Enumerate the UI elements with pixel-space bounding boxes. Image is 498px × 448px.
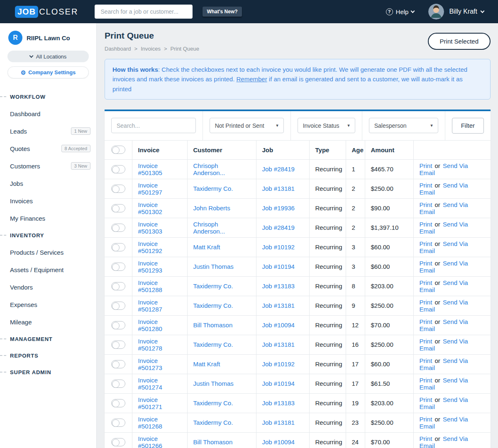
customer-link[interactable]: Justin Thomas (193, 263, 234, 270)
printed-filter-select[interactable]: Not Printed or Sent (210, 118, 284, 133)
row-toggle[interactable] (111, 204, 125, 212)
col-header-job[interactable]: Job (256, 140, 309, 159)
job-link[interactable]: Job #10194 (262, 263, 295, 270)
job-link[interactable]: Job #13181 (262, 185, 295, 192)
global-search-input[interactable] (95, 5, 193, 19)
col-header-invoice[interactable]: Invoice (132, 140, 187, 159)
invoice-link[interactable]: Invoice #501274 (138, 377, 162, 391)
print-link[interactable]: Print (420, 396, 432, 403)
select-all-toggle[interactable] (111, 146, 125, 154)
invoice-link[interactable]: Invoice #501280 (138, 318, 162, 332)
customer-link[interactable]: Justin Thomas (193, 380, 234, 387)
job-link[interactable]: Job #10192 (262, 360, 295, 368)
sidebar-item-expenses[interactable]: Expenses (0, 296, 96, 313)
job-link[interactable]: Job #10094 (262, 438, 295, 446)
job-link[interactable]: Job #13181 (262, 419, 295, 426)
print-link[interactable]: Print (420, 221, 432, 228)
sidebar-item-vendors[interactable]: Vendors (0, 278, 96, 296)
print-link[interactable]: Print (420, 357, 432, 364)
col-header-age[interactable]: Age (346, 140, 365, 159)
print-link[interactable]: Print (420, 435, 432, 442)
sidebar-item-assets-equipment[interactable]: Assets / Equipment (0, 261, 96, 278)
job-link[interactable]: Job #28419 (262, 166, 295, 173)
job-link[interactable]: Job #13183 (262, 282, 295, 290)
print-link[interactable]: Print (420, 162, 432, 169)
job-link[interactable]: Job #10094 (262, 321, 295, 329)
sidebar-item-mileage[interactable]: Mileage (0, 313, 96, 331)
customer-link[interactable]: Taxidermy Co. (193, 302, 233, 309)
row-toggle[interactable] (111, 243, 125, 251)
sidebar-section-inventory[interactable]: INVENTORY (0, 227, 96, 243)
invoice-link[interactable]: Invoice #501297 (138, 182, 162, 196)
invoice-link[interactable]: Invoice #501268 (138, 416, 162, 430)
invoice-link[interactable]: Invoice #501292 (138, 240, 162, 254)
invoice-link[interactable]: Invoice #501302 (138, 201, 162, 215)
row-toggle[interactable] (111, 321, 125, 329)
sidebar-item-dashboard[interactable]: Dashboard (0, 105, 96, 122)
print-link[interactable]: Print (420, 377, 432, 384)
invoice-link[interactable]: Invoice #501273 (138, 357, 162, 371)
print-link[interactable]: Print (420, 182, 432, 189)
sidebar-item-customers[interactable]: Customers3 New (0, 157, 96, 175)
row-toggle[interactable] (111, 165, 125, 173)
sidebar-section-management[interactable]: MANAGEMENT (0, 331, 96, 347)
sidebar-item-my-finances[interactable]: My Finances (0, 209, 96, 227)
customer-link[interactable]: Taxidermy Co. (193, 341, 233, 348)
invoice-link[interactable]: Invoice #501305 (138, 162, 162, 176)
customer-link[interactable]: John Roberts (193, 205, 230, 212)
col-header-amount[interactable]: Amount (365, 140, 413, 159)
customer-link[interactable]: Chrisoph Anderson... (193, 221, 225, 235)
invoice-link[interactable]: Invoice #501288 (138, 279, 162, 293)
job-link[interactable]: Job #13181 (262, 302, 295, 309)
print-selected-button[interactable]: Print Selected (428, 33, 491, 50)
print-link[interactable]: Print (420, 201, 432, 208)
sidebar-item-leads[interactable]: Leads1 New (0, 122, 96, 140)
help-menu[interactable]: ? Help (386, 8, 415, 15)
row-toggle[interactable] (111, 185, 125, 193)
user-avatar[interactable] (428, 4, 444, 19)
customer-link[interactable]: Taxidermy Co. (193, 185, 233, 192)
col-header-customer[interactable]: Customer (187, 140, 256, 159)
table-search-input[interactable] (111, 118, 196, 133)
breadcrumb-item[interactable]: Dashboard (105, 46, 131, 52)
sidebar-item-invoices[interactable]: Invoices (0, 192, 96, 209)
print-link[interactable]: Print (420, 416, 432, 423)
col-header-type[interactable]: Type (309, 140, 346, 159)
user-menu[interactable]: Billy Kraft (449, 8, 484, 15)
app-logo[interactable]: JOBCLOSER (15, 6, 78, 18)
row-toggle[interactable] (111, 419, 125, 427)
company-settings-button[interactable]: ⚙ Company Settings (7, 66, 89, 78)
invoice-link[interactable]: Invoice #501266 (138, 435, 162, 448)
row-toggle[interactable] (111, 438, 125, 446)
sidebar-item-quotes[interactable]: Quotes8 Accepted (0, 140, 96, 157)
job-link[interactable]: Job #28419 (262, 224, 295, 231)
sidebar-item-products-services[interactable]: Products / Services (0, 243, 96, 261)
invoice-link[interactable]: Invoice #501293 (138, 260, 162, 274)
print-link[interactable]: Print (420, 240, 432, 247)
row-toggle[interactable] (111, 263, 125, 271)
customer-link[interactable]: Taxidermy Co. (193, 419, 233, 426)
customer-link[interactable]: Matt Kraft (193, 360, 220, 368)
invoice-link[interactable]: Invoice #501278 (138, 338, 162, 352)
job-link[interactable]: Job #10194 (262, 380, 295, 387)
row-toggle[interactable] (111, 224, 125, 232)
filter-button[interactable]: Filter (452, 118, 484, 134)
job-link[interactable]: Job #13183 (262, 399, 295, 407)
sidebar-section-super-admin[interactable]: SUPER ADMIN (0, 364, 96, 380)
row-toggle[interactable] (111, 302, 125, 310)
invoice-status-select[interactable]: Invoice Status (298, 118, 355, 133)
job-link[interactable]: Job #19936 (262, 205, 295, 212)
row-toggle[interactable] (111, 399, 125, 407)
row-toggle[interactable] (111, 282, 125, 290)
breadcrumb-item[interactable]: Invoices (141, 46, 161, 52)
sidebar-section-reports[interactable]: REPORTS (0, 347, 96, 364)
customer-link[interactable]: Chrisoph Anderson... (193, 162, 225, 176)
customer-link[interactable]: Bill Thomason (193, 321, 233, 329)
row-toggle[interactable] (111, 380, 125, 388)
job-link[interactable]: Job #13181 (262, 341, 295, 348)
row-toggle[interactable] (111, 341, 125, 349)
company-header[interactable]: R RIIPL Lawn Co (0, 31, 96, 45)
customer-link[interactable]: Taxidermy Co. (193, 399, 233, 407)
invoice-link[interactable]: Invoice #501271 (138, 396, 162, 410)
print-link[interactable]: Print (420, 338, 432, 345)
